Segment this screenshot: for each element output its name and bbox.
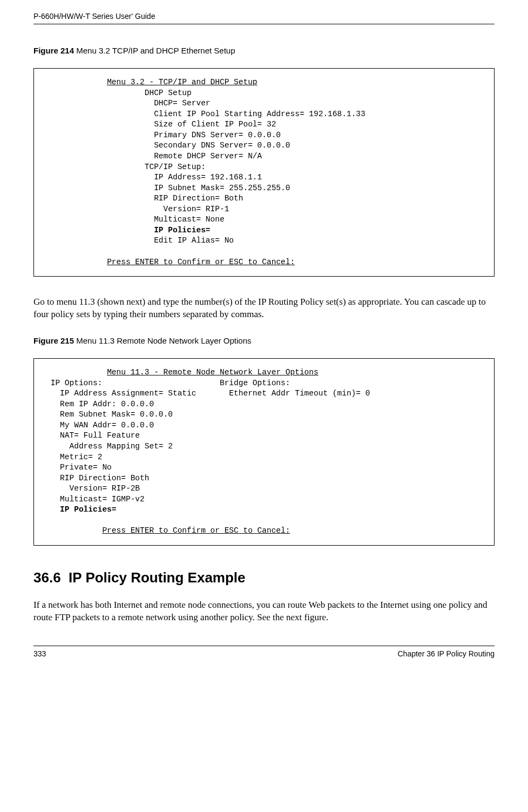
figure-215-terminal-footer: Press ENTER to Confirm or ESC to Cancel:	[102, 526, 290, 535]
figure-214-terminal-footer: Press ENTER to Confirm or ESC to Cancel:	[107, 258, 295, 266]
figure-215-terminal-text: Menu 11.3 - Remote Node Network Layer Op…	[46, 367, 482, 536]
figure-215-label: Figure 215 Menu 11.3 Remote Node Network…	[33, 336, 495, 345]
figure-215-terminal: Menu 11.3 - Remote Node Network Layer Op…	[33, 358, 495, 546]
chapter-label: Chapter 36 IP Policy Routing	[397, 649, 495, 658]
ip-policies-bold-32: IP Policies=	[154, 226, 210, 234]
figure-215-prefix: Figure 215	[33, 336, 76, 345]
page-footer: 333 Chapter 36 IP Policy Routing	[33, 649, 495, 672]
header-rule	[33, 24, 495, 24]
mid-paragraph: Go to menu 11.3 (shown next) and type th…	[33, 296, 495, 321]
section-paragraph: If a network has both Internet and remot…	[33, 599, 495, 624]
running-header: P-660H/HW/W-T Series User' Guide	[33, 0, 495, 24]
figure-215-terminal-title: Menu 11.3 - Remote Node Network Layer Op…	[107, 368, 319, 377]
figure-214-terminal-text: Menu 3.2 - TCP/IP and DHCP Setup DHCP Se…	[46, 77, 482, 267]
section-heading: 36.6 IP Policy Routing Example	[33, 569, 495, 586]
figure-215-title: Menu 11.3 Remote Node Network Layer Opti…	[76, 336, 251, 345]
figure-214-title: Menu 3.2 TCP/IP and DHCP Ethernet Setup	[76, 46, 235, 55]
footer-rule	[33, 646, 495, 646]
figure-214-label: Figure 214 Menu 3.2 TCP/IP and DHCP Ethe…	[33, 46, 495, 55]
figure-214-terminal-title: Menu 3.2 - TCP/IP and DHCP Setup	[107, 78, 257, 86]
section-title: IP Policy Routing Example	[69, 569, 246, 586]
figure-214-prefix: Figure 214	[33, 46, 76, 55]
section-number: 36.6	[33, 569, 61, 586]
ip-policies-bold-113: IP Policies=	[60, 505, 116, 514]
figure-214-terminal: Menu 3.2 - TCP/IP and DHCP Setup DHCP Se…	[33, 68, 495, 277]
page-number: 333	[33, 649, 46, 658]
